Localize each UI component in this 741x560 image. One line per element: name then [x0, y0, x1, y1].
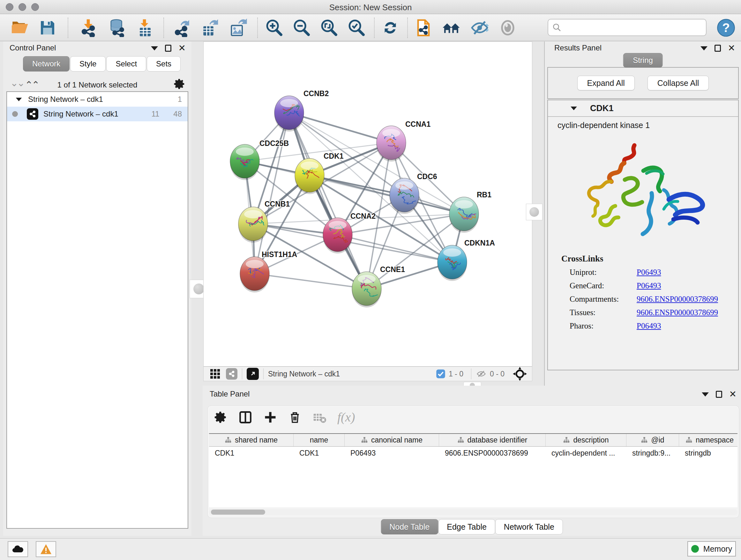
zoom-in-icon[interactable] [264, 18, 284, 37]
delete-column-icon[interactable] [288, 411, 301, 424]
table-cell[interactable]: stringdb [679, 447, 738, 459]
share-network-file-icon[interactable] [414, 18, 433, 37]
tab-edge-table[interactable]: Edge Table [438, 519, 495, 535]
column-header-database-identifier[interactable]: database identifier [439, 434, 546, 446]
table-cell[interactable]: CDK1 [293, 447, 345, 459]
help-icon[interactable]: ? [716, 18, 736, 37]
results-panel-float-icon[interactable] [715, 45, 721, 52]
control-panel-close-icon[interactable]: ✕ [179, 45, 186, 51]
search-field[interactable] [548, 19, 706, 36]
table-settings-gear-icon[interactable] [214, 411, 227, 424]
search-input[interactable] [562, 23, 706, 32]
tab-sets[interactable]: Sets [147, 56, 181, 71]
import-network-icon[interactable] [79, 18, 99, 37]
zoom-selected-icon[interactable] [347, 18, 366, 37]
control-panel-float-icon[interactable] [165, 45, 172, 52]
selected-nodes-checkbox-icon[interactable] [436, 369, 446, 379]
network-collection-row[interactable]: String Network – cdk1 1 [7, 92, 188, 107]
table-panel-menu-icon[interactable] [702, 392, 709, 396]
tab-network-table[interactable]: Network Table [495, 519, 563, 535]
network-node[interactable] [449, 197, 479, 233]
hide-unhide-icon[interactable] [470, 18, 489, 37]
tab-string[interactable]: String [623, 53, 663, 68]
crosslink-link[interactable]: P06493 [636, 281, 661, 290]
window-title: Session: New Session [0, 3, 741, 12]
network-options-gear-icon[interactable] [174, 78, 186, 90]
show-columns-icon[interactable] [239, 410, 253, 424]
import-network-from-database-icon[interactable] [107, 18, 127, 37]
table-cell[interactable]: 9606.ENSP00000378699 [439, 447, 546, 459]
network-name: String Network – cdk1 [44, 110, 151, 118]
update-icon[interactable] [381, 18, 400, 37]
results-panel-close-icon[interactable]: ✕ [728, 45, 735, 51]
crosslink-link[interactable]: 9606.ENSP00000378699 [636, 308, 718, 317]
grid-view-icon[interactable] [209, 368, 221, 380]
right-splitter-handle[interactable] [526, 204, 542, 220]
network-node[interactable] [230, 144, 259, 180]
tab-select[interactable]: Select [106, 56, 146, 71]
network-node[interactable] [295, 159, 324, 194]
results-panel-menu-icon[interactable] [700, 46, 708, 51]
open-session-icon[interactable] [10, 18, 29, 37]
save-session-icon[interactable] [38, 18, 57, 37]
table-header-row: shared namenamecanonical namedatabase id… [209, 434, 738, 447]
column-header-shared-name[interactable]: shared name [209, 434, 293, 446]
cloud-status-button[interactable] [8, 541, 28, 557]
zoom-out-icon[interactable] [292, 18, 312, 37]
warning-status-button[interactable] [36, 541, 56, 557]
import-table-icon[interactable] [135, 18, 155, 37]
scrollbar-thumb[interactable] [211, 509, 265, 515]
column-header-description[interactable]: description [546, 434, 626, 446]
network-node[interactable] [377, 126, 406, 162]
expand-all-button[interactable]: Expand All [577, 76, 635, 90]
zoom-fit-icon[interactable] [319, 18, 339, 37]
node-table[interactable]: shared namenamecanonical namedatabase id… [209, 433, 738, 507]
table-cell[interactable]: stringdb:9... [626, 447, 679, 459]
network-node[interactable] [323, 218, 352, 253]
column-header-namespace[interactable]: namespace [679, 434, 738, 446]
network-edge-count: 48 [173, 110, 182, 118]
table-cell[interactable]: CDK1 [209, 447, 293, 459]
table-panel-float-icon[interactable] [716, 391, 722, 398]
memory-button[interactable]: Memory [687, 541, 736, 557]
table-panel-close-icon[interactable]: ✕ [729, 391, 737, 397]
birds-eye-view-icon[interactable] [247, 368, 259, 380]
export-network-icon[interactable] [172, 18, 192, 37]
fit-selected-crosshair-icon[interactable] [513, 367, 527, 381]
network-node[interactable] [352, 272, 381, 307]
tab-network[interactable]: Network [23, 56, 70, 71]
export-table-icon[interactable] [200, 18, 220, 37]
column-header--id[interactable]: @id [626, 434, 679, 446]
network-node[interactable] [390, 178, 419, 214]
entry-collapse-icon[interactable] [570, 106, 577, 110]
network-node[interactable] [437, 245, 467, 281]
network-node[interactable] [240, 257, 269, 293]
network-node[interactable] [274, 96, 304, 132]
crosslink-link[interactable]: 9606.ENSP00000378699 [636, 295, 718, 304]
network-canvas[interactable]: CCNB2CCNA1CDC25BCDK1CDC6RB1CCNB1CCNA2CDK… [203, 42, 532, 367]
table-horizontal-scrollbar[interactable] [209, 509, 738, 515]
crosslink-link[interactable]: P06493 [636, 321, 661, 330]
tab-style[interactable]: Style [70, 56, 106, 71]
hidden-eye-icon[interactable] [476, 369, 487, 379]
gray-eye-icon[interactable] [498, 18, 518, 37]
column-header-name[interactable]: name [293, 434, 345, 446]
table-row[interactable]: CDK1CDK1P064939606.ENSP00000378699cyclin… [209, 447, 738, 459]
network-node[interactable] [239, 207, 268, 243]
collapse-all-button[interactable]: Collapse All [648, 76, 709, 90]
table-cell[interactable]: P06493 [345, 447, 439, 459]
column-header-canonical-name[interactable]: canonical name [345, 434, 439, 446]
collection-expand-icon[interactable] [16, 98, 22, 101]
crosslink-link[interactable]: P06493 [636, 268, 661, 277]
control-panel-tabs: Network Style Select Sets [23, 56, 181, 71]
string-home-icon[interactable] [442, 18, 461, 37]
control-panel-menu-icon[interactable] [151, 46, 158, 51]
network-row[interactable]: String Network – cdk1 11 48 [7, 107, 188, 121]
create-column-icon[interactable] [263, 410, 277, 424]
tab-node-table[interactable]: Node Table [381, 519, 438, 535]
table-cell[interactable]: cyclin-dependent ... [546, 447, 626, 459]
export-image-icon[interactable] [228, 18, 248, 37]
status-bar: Memory [0, 538, 741, 560]
share-view-icon[interactable] [226, 368, 238, 380]
shared-column-icon [563, 437, 570, 444]
